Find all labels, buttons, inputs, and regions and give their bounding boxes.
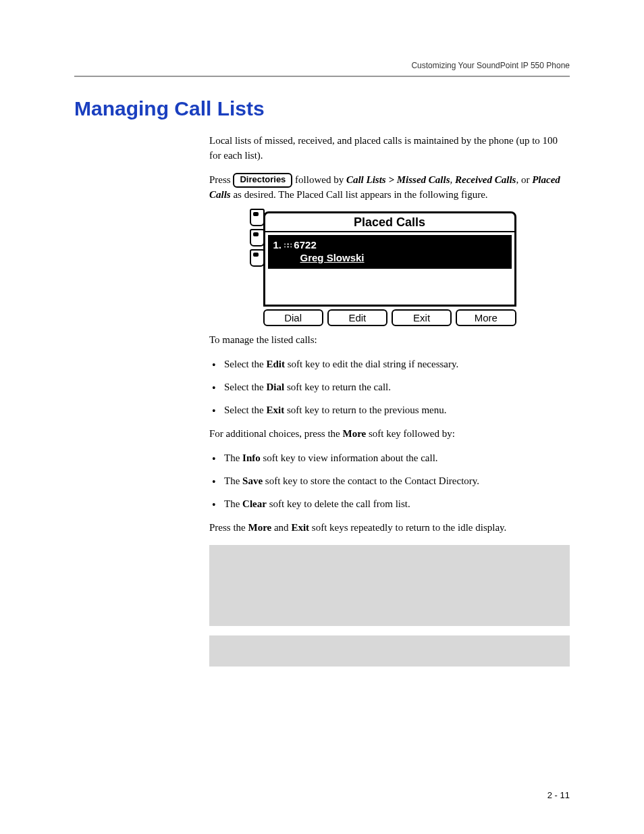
press-or: , or <box>516 174 532 185</box>
list-item: Select the Edit soft key to edit the dia… <box>209 357 570 372</box>
keypad-icon: ∷∷ <box>284 242 291 251</box>
li-post: soft key to return to the previous menu. <box>284 405 446 415</box>
header-rule <box>74 76 570 77</box>
li-post: soft key to store the contact to the Con… <box>263 475 479 486</box>
li-pre: Select the <box>224 359 266 369</box>
row-name: Greg Slowski <box>273 252 506 265</box>
press-paragraph: Press Directories followed by Call Lists… <box>209 173 570 203</box>
li-key: Save <box>242 475 263 486</box>
section-title: Managing Call Lists <box>74 97 570 120</box>
press-after-2: as desired. The Placed Call list appears… <box>231 189 488 200</box>
running-header: Customizing Your SoundPoint IP 550 Phone <box>74 61 570 70</box>
nav-path: Call Lists > Missed Calls <box>346 174 450 185</box>
list-item: The Save soft key to store the contact t… <box>209 474 570 489</box>
li-key: Edit <box>266 359 285 369</box>
press-after-1: followed by <box>295 174 346 185</box>
additional-paragraph: For additional choices, press the More s… <box>209 427 570 442</box>
list-item: Select the Exit soft key to return to th… <box>209 403 570 418</box>
received-calls: Received Calls <box>455 174 516 185</box>
list-item: The Clear soft key to delete the call fr… <box>209 497 570 512</box>
comma: , <box>450 174 456 185</box>
lcd-side-icons <box>250 209 265 267</box>
lcd-body: 1. ∷∷ 6722 Greg Slowski <box>263 232 516 307</box>
manage-list: Select the Edit soft key to edit the dia… <box>209 357 570 417</box>
list-item: Select the Dial soft key to return the c… <box>209 380 570 395</box>
page-number: 2 - 11 <box>547 790 570 800</box>
softkey-dial: Dial <box>263 309 323 326</box>
lcd-figure: Placed Calls 1. ∷∷ 6722 Greg Slowski Dia… <box>209 211 570 326</box>
press-label: Press <box>209 174 233 185</box>
row-number: 6722 <box>294 239 316 251</box>
li-key: Info <box>242 452 261 463</box>
placeholder-box-large <box>209 545 570 626</box>
closing-and: and <box>271 522 291 533</box>
softkey-edit: Edit <box>327 309 387 326</box>
directories-key: Directories <box>233 173 292 187</box>
li-pre: The <box>224 452 242 463</box>
placeholder-box-small <box>209 635 570 667</box>
closing-key1: More <box>248 522 272 533</box>
li-post: soft key to delete the call from list. <box>267 498 410 509</box>
li-post: soft key to view information about the c… <box>261 452 438 463</box>
manage-intro: To manage the listed calls: <box>209 333 570 348</box>
phone-icon <box>250 229 265 246</box>
li-pre: The <box>224 475 242 486</box>
lcd-title: Placed Calls <box>263 211 516 232</box>
lcd-softkeys: Dial Edit Exit More <box>263 309 516 326</box>
phone-icon <box>250 249 265 267</box>
row-prefix: 1. <box>273 239 285 251</box>
lcd-screen: Placed Calls 1. ∷∷ 6722 Greg Slowski Dia… <box>263 211 516 326</box>
phone-icon <box>250 209 265 226</box>
li-post: soft key to edit the dial string if nece… <box>285 359 458 369</box>
li-pre: Select the <box>224 405 266 415</box>
li-pre: Select the <box>224 382 266 392</box>
additional-pre: For additional choices, press the <box>209 428 342 439</box>
closing-pre: Press the <box>209 522 248 533</box>
li-key: Dial <box>266 382 284 392</box>
more-list: The Info soft key to view information ab… <box>209 451 570 511</box>
lcd-row-selected: 1. ∷∷ 6722 Greg Slowski <box>268 235 512 269</box>
li-post: soft key to return the call. <box>284 382 391 392</box>
li-key: Exit <box>266 405 284 415</box>
closing-post: soft keys repeatedly to return to the id… <box>309 522 506 533</box>
additional-post: soft key followed by: <box>366 428 455 439</box>
softkey-more: More <box>456 309 516 326</box>
li-pre: The <box>224 498 242 509</box>
closing-key2: Exit <box>291 522 309 533</box>
list-item: The Info soft key to view information ab… <box>209 451 570 466</box>
intro-paragraph: Local lists of missed, received, and pla… <box>209 134 570 163</box>
additional-key: More <box>342 428 366 439</box>
softkey-exit: Exit <box>392 309 452 326</box>
li-key: Clear <box>242 498 267 509</box>
closing-paragraph: Press the More and Exit soft keys repeat… <box>209 521 570 536</box>
